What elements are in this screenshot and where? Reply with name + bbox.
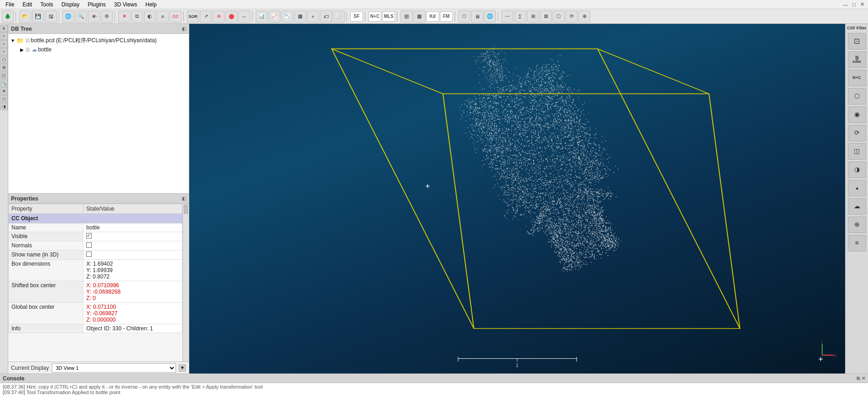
window-close[interactable]: ✕ <box>858 1 866 7</box>
left-btn-5[interactable]: ⬡ <box>0 56 8 63</box>
tb-save[interactable]: 💾 <box>32 11 44 22</box>
tb-btn-h[interactable]: ⊞ <box>527 11 539 22</box>
left-btn-11[interactable]: ◑ <box>0 103 8 110</box>
tb-zoom[interactable]: 🔍 <box>75 11 87 22</box>
prop-val-showname[interactable] <box>83 251 182 260</box>
tb-open[interactable]: 📂 <box>19 11 31 22</box>
prop-label-boxdim: Box dimensions <box>9 260 83 281</box>
left-btn-6[interactable]: ⊞ <box>0 64 8 71</box>
tb-btn-f[interactable]: 〰 <box>501 11 513 22</box>
tb-clone[interactable]: ⧉ <box>131 11 143 22</box>
window-minimize[interactable]: — <box>841 2 850 7</box>
rt-btn-1[interactable]: ⊡ <box>848 33 866 50</box>
tb-color[interactable]: ◐ <box>144 11 156 22</box>
tb-save2[interactable]: 🖫 <box>45 11 57 22</box>
tree-check-root[interactable]: ☑ <box>26 38 30 43</box>
rt-btn-8[interactable]: ◑ <box>848 162 866 178</box>
tb-red-circle[interactable]: ⬤ <box>225 11 237 22</box>
rt-btn-6[interactable]: ⟳ <box>848 125 866 141</box>
tb-chart3[interactable]: 📉 <box>281 11 293 22</box>
tb-eye[interactable]: 👁 <box>88 11 100 22</box>
tb-arrow[interactable]: ↗ <box>200 11 212 22</box>
left-btn-8[interactable]: 🔍 <box>0 79 8 87</box>
rt-btn-12[interactable]: ≡ <box>848 235 866 251</box>
tb-btn-i[interactable]: ⊠ <box>540 11 552 22</box>
current-display-select[interactable]: 3D View 1 <box>52 363 176 373</box>
tb-nc-label: N+C <box>368 11 381 22</box>
menu-plugins[interactable]: Plugins <box>84 0 109 9</box>
tree-node-root[interactable]: ▼ 📁 ☑ bottle.pcd (E:/PCL程序/PCLshiyan/PCL… <box>10 36 187 45</box>
tb-chart[interactable]: 📊 <box>256 11 268 22</box>
left-panel: DB Tree ◧ ▼ 📁 ☑ bottle.pcd (E:/PCL程序/PCL… <box>8 24 189 373</box>
prop-val-normals[interactable] <box>83 241 182 251</box>
tb-scalar[interactable]: ≡ <box>157 11 169 22</box>
tb-gear[interactable]: ⚙ <box>101 11 113 22</box>
prop-val-visible[interactable] <box>83 232 182 241</box>
tb-cc[interactable]: CC <box>170 11 181 22</box>
tree-check-bottle[interactable]: ☑ <box>26 47 30 52</box>
tb-chart2[interactable]: 📈 <box>269 11 280 22</box>
left-btn-10[interactable]: ◻ <box>0 95 8 102</box>
prop-val-boxdim: X: 1.69402 Y: 1.69939 Z: 0.8072 <box>83 260 182 281</box>
menu-help[interactable]: Help <box>142 0 160 9</box>
menu-edit[interactable]: Edit <box>19 0 36 9</box>
menu-tools[interactable]: Tools <box>37 0 57 9</box>
tb-bbox[interactable]: ⬜ <box>333 11 345 22</box>
tb-btn-j[interactable]: ⬡ <box>553 11 565 22</box>
rt-btn-4[interactable]: ⬡ <box>848 88 866 105</box>
menu-3dviews[interactable]: 3D Views <box>110 0 141 9</box>
tree-expand-root[interactable]: ▼ <box>10 38 16 44</box>
left-btn-9[interactable]: ⊕ <box>0 87 8 95</box>
rt-btn-5[interactable]: ◉ <box>848 106 866 123</box>
tb-btn-k[interactable]: ⟳ <box>566 11 577 22</box>
prop-scrollbar[interactable] <box>182 204 189 362</box>
left-btn-1[interactable]: 🖱 <box>0 25 8 32</box>
rt-btn-7[interactable]: ◫ <box>848 143 866 160</box>
tb-btn-c[interactable]: ⬡ <box>458 11 470 22</box>
properties-collapse-btn[interactable]: ◧ <box>182 196 186 201</box>
rt-btn-11[interactable]: ⊕ <box>848 217 866 233</box>
left-btn-2[interactable]: + <box>0 33 8 40</box>
tb-cross[interactable]: ⊕ <box>213 11 225 22</box>
tb-kd-label: Kd <box>426 11 439 22</box>
tb-btn-b[interactable]: ▦ <box>413 11 425 22</box>
shifted-y: Y: -0.0698268 <box>86 289 179 295</box>
console-float-btn[interactable]: ⧉ <box>857 376 860 381</box>
tb-btn-d[interactable]: 🖥 <box>471 11 483 22</box>
tb-dbtree[interactable]: 🌲 <box>2 11 14 22</box>
tb-btn-l[interactable]: ⊕ <box>578 11 590 22</box>
properties-content: Property State/Value CC Object Name <box>8 204 182 362</box>
tb-chart4[interactable]: ▦ <box>294 11 306 22</box>
left-btn-7[interactable]: ◫ <box>0 72 8 79</box>
db-tree-content: ▼ 📁 ☑ bottle.pcd (E:/PCL程序/PCLshiyan/PCL… <box>8 34 189 193</box>
tree-label-root: bottle.pcd (E:/PCL程序/PCLshiyan/PCLshiyan… <box>31 37 157 45</box>
tb-sor[interactable]: SOR <box>187 11 199 22</box>
current-display-arrow[interactable]: ▼ <box>179 364 186 372</box>
tree-expand-bottle[interactable]: ▶ <box>19 47 25 52</box>
rt-btn-2[interactable]: N̲HAW <box>848 51 866 68</box>
left-btn-4[interactable]: + <box>0 48 8 56</box>
rt-btn-3[interactable]: N+C <box>848 70 866 86</box>
tb-btn-g[interactable]: Σ <box>514 11 526 22</box>
menu-file[interactable]: File <box>2 0 18 9</box>
folder-icon: 📁 <box>16 37 24 44</box>
tb-arrow2[interactable]: ↔ <box>238 11 250 22</box>
normals-checkbox[interactable] <box>86 242 92 248</box>
rt-btn-10[interactable]: ☁ <box>848 198 866 215</box>
window-maximize[interactable]: □ <box>851 2 857 7</box>
console-close-btn[interactable]: ✕ <box>862 376 865 381</box>
menu-display[interactable]: Display <box>58 0 83 9</box>
tb-delete[interactable]: ✕ <box>118 11 130 22</box>
left-btn-3[interactable]: + <box>0 40 8 48</box>
tb-add[interactable]: + <box>307 11 319 22</box>
tb-label[interactable]: 🏷 <box>320 11 332 22</box>
viewport[interactable]: + 1 + X Y <box>189 24 845 373</box>
rt-btn-9[interactable]: ⬥ <box>848 180 866 196</box>
visible-checkbox[interactable] <box>86 233 92 239</box>
db-tree-collapse-btn[interactable]: ◧ <box>182 26 186 31</box>
tb-global[interactable]: 🌐 <box>62 11 74 22</box>
tree-node-bottle[interactable]: ▶ ☑ ☁ bottle <box>10 45 187 54</box>
tb-btn-a[interactable]: ▤ <box>401 11 412 22</box>
showname-checkbox[interactable] <box>86 251 92 257</box>
tb-btn-e[interactable]: 🌐 <box>484 11 496 22</box>
